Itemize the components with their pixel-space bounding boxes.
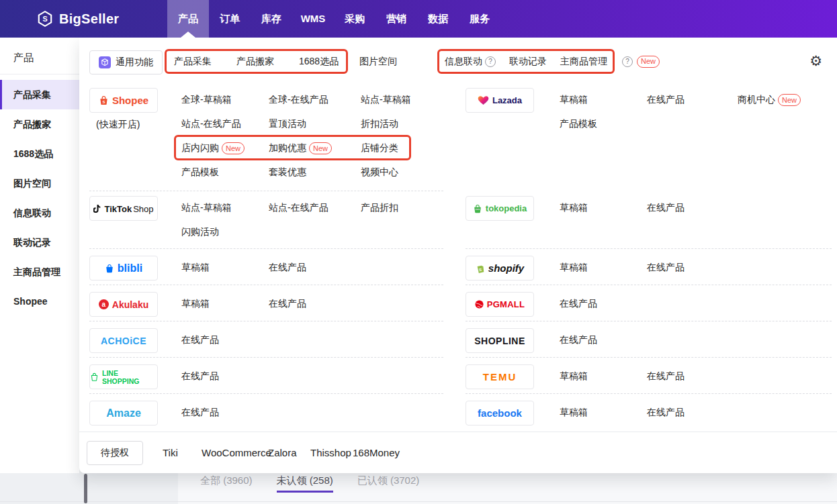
line-shopping-logo-label: LINE SHOPPING xyxy=(102,369,157,385)
menu-link[interactable]: 草稿箱 xyxy=(560,401,647,425)
sidebar-item-master-product[interactable]: 主商品管理 xyxy=(0,257,79,287)
header-link-product-scrape[interactable]: 产品采集 xyxy=(174,56,212,68)
menu-link[interactable]: 在线产品 xyxy=(560,292,647,316)
menu-link[interactable]: 在线产品 xyxy=(269,292,361,316)
footer-link-zalora[interactable]: Zalora xyxy=(268,447,310,458)
facebook-logo-button[interactable]: facebook xyxy=(466,401,534,425)
amaze-logo-button[interactable]: Amaze xyxy=(89,401,158,425)
nav-tab-purchase[interactable]: 采购 xyxy=(334,0,376,38)
shopify-logo-button[interactable]: S shopify xyxy=(466,256,534,281)
menu-link[interactable]: 在线产品 xyxy=(269,256,361,280)
nav-tab-marketing[interactable]: 营销 xyxy=(376,0,417,38)
amaze-logo-cell: Amaze xyxy=(89,394,181,430)
menu-link[interactable]: 在线产品 xyxy=(647,256,738,280)
header-link-image-space[interactable]: 图片空间 xyxy=(359,49,397,74)
gear-icon[interactable]: ⚙ xyxy=(809,54,822,68)
footer-link-thisshop[interactable]: Thisshop xyxy=(310,447,353,458)
tab-claimed[interactable]: 已认领 (3702) xyxy=(357,474,420,493)
menu-link[interactable]: 在线产品 xyxy=(181,401,269,425)
menu-link[interactable]: 折扣活动 xyxy=(361,112,443,136)
tokopedia-bag-icon xyxy=(473,204,482,213)
menu-link[interactable]: 在线产品 xyxy=(181,328,269,352)
menu-link[interactable]: 闪购活动 xyxy=(181,220,269,244)
shopline-logo-button[interactable]: SHOPLINE xyxy=(466,328,534,353)
nav-tab-product[interactable]: 产品 xyxy=(167,0,209,38)
menu-link[interactable]: 全球-草稿箱 xyxy=(181,88,269,112)
tab-all[interactable]: 全部 (3960) xyxy=(200,474,253,493)
menu-link[interactable]: 店内闪购 New xyxy=(181,136,269,160)
tiktok-logo-cell: TikTokShop xyxy=(89,191,181,248)
pgmall-logo-button[interactable]: PGMALL xyxy=(466,292,534,317)
menu-link[interactable]: 置顶活动 xyxy=(269,112,361,136)
header-link-1688[interactable]: 1688选品 xyxy=(299,56,339,68)
menu-link[interactable]: 产品折扣 xyxy=(361,196,443,220)
menu-link[interactable]: 站点-在线产品 xyxy=(269,196,361,220)
achoice-logo-button[interactable]: ACHOiCE xyxy=(89,328,158,353)
menu-link[interactable]: 草稿箱 xyxy=(560,256,647,280)
top-navbar: S BigSeller 产品 订单 库存 WMS 采购 营销 数据 服务 xyxy=(0,0,837,38)
akulaku-logo-button[interactable]: a Akulaku xyxy=(89,292,158,317)
menu-link[interactable]: 加购优惠 New xyxy=(269,136,361,160)
menu-link[interactable]: 在线产品 xyxy=(647,364,738,389)
header-link-product-migrate[interactable]: 产品搬家 xyxy=(236,56,274,68)
temu-logo-button[interactable]: TEMU xyxy=(466,364,534,389)
menu-link[interactable]: 在线产品 xyxy=(181,364,269,389)
header-link-info-link[interactable]: 信息联动 ? xyxy=(445,56,496,68)
footer-link-tiki[interactable]: Tiki xyxy=(163,447,202,458)
menu-link[interactable]: 草稿箱 xyxy=(560,88,647,112)
footer-link-168money[interactable]: 168Money xyxy=(353,447,400,458)
sidebar-item-info-link[interactable]: 信息联动 xyxy=(0,198,79,228)
sidebar-item-1688[interactable]: 1688选品 xyxy=(0,139,79,168)
main-nav: 产品 订单 库存 WMS 采购 营销 数据 服务 xyxy=(167,0,500,38)
menu-link[interactable]: 草稿箱 xyxy=(181,256,269,280)
header-link-master-product[interactable]: 主商品管理 xyxy=(560,56,607,68)
sidebar-item-product-scrape[interactable]: 产品采集 xyxy=(0,80,79,109)
menu-link[interactable]: 站点-在线产品 xyxy=(181,112,269,136)
general-functions-button[interactable]: 通用功能 xyxy=(89,50,163,74)
sidebar-scrollbar[interactable] xyxy=(84,474,87,503)
help-icon[interactable]: ? xyxy=(485,56,496,67)
menu-link[interactable]: 产品模板 xyxy=(181,160,269,185)
menu-link[interactable]: 套装优惠 xyxy=(269,160,361,185)
sidebar-item-product-migrate[interactable]: 产品搬家 xyxy=(0,109,79,139)
sidebar-item-link-record[interactable]: 联动记录 xyxy=(0,228,79,257)
blibli-logo-button[interactable]: blibli xyxy=(89,256,158,281)
menu-link-label: 加购优惠 xyxy=(269,142,306,154)
menu-link[interactable]: 商机中心 New xyxy=(738,88,832,112)
nav-tab-inventory[interactable]: 库存 xyxy=(251,0,292,38)
line-shopping-logo-button[interactable]: LINE SHOPPING xyxy=(89,364,158,389)
footer-link-woocommerce[interactable]: WooCommerce xyxy=(202,447,268,458)
menu-link[interactable]: 在线产品 xyxy=(560,328,647,352)
sidebar-item-shopee[interactable]: Shopee xyxy=(0,287,79,316)
tokopedia-logo-button[interactable]: tokopedia xyxy=(466,196,534,221)
help-icon[interactable]: ? xyxy=(622,56,633,67)
brand[interactable]: S BigSeller xyxy=(36,0,119,38)
menu-link[interactable]: 店铺分类 xyxy=(361,136,443,160)
lazada-logo-button[interactable]: Lazada xyxy=(466,88,534,113)
menu-link[interactable]: 在线产品 xyxy=(647,196,738,220)
nav-tab-data[interactable]: 数据 xyxy=(417,0,459,38)
tiktok-logo-button[interactable]: TikTokShop xyxy=(89,196,158,221)
menu-link[interactable]: 在线产品 xyxy=(647,88,738,112)
screen: 全部 (3960) 未认领 (258) 已认领 (3702) 产品 产品采集 产… xyxy=(0,0,837,504)
menu-link[interactable]: 在线产品 xyxy=(647,401,738,425)
nav-tab-service[interactable]: 服务 xyxy=(459,0,500,38)
menu-link[interactable]: 全球-在线产品 xyxy=(269,88,361,112)
tab-unclaimed[interactable]: 未认领 (258) xyxy=(277,474,333,493)
menu-link[interactable]: 草稿箱 xyxy=(560,196,647,220)
facebook-links: 草稿箱 在线产品 xyxy=(560,394,832,430)
menu-link[interactable]: 草稿箱 xyxy=(560,364,647,389)
nav-tab-wms[interactable]: WMS xyxy=(292,0,334,38)
menu-link[interactable]: 站点-草稿箱 xyxy=(181,196,269,220)
pending-auth-button[interactable]: 待授权 xyxy=(87,441,143,465)
menu-link[interactable]: 站点-草稿箱 xyxy=(361,88,443,112)
akulaku-logo-label: Akulaku xyxy=(112,299,148,310)
menu-link[interactable]: 产品模板 xyxy=(560,112,647,136)
header-link-link-record[interactable]: 联动记录 xyxy=(509,56,547,68)
menu-link[interactable]: 草稿箱 xyxy=(181,292,269,316)
menu-link[interactable]: 视频中心 xyxy=(361,160,443,185)
platform-column-left: S Shopee (快速开店) 全球-草稿箱 全球-在线产品 站点-草稿箱 站点… xyxy=(89,86,443,430)
shopee-logo-button[interactable]: S Shopee xyxy=(89,88,158,113)
sidebar-item-image-space[interactable]: 图片空间 xyxy=(0,168,79,198)
nav-tab-orders[interactable]: 订单 xyxy=(209,0,251,38)
